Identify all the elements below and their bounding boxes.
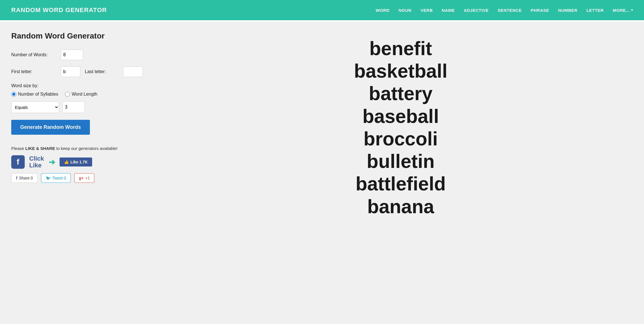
left-panel: Random Word Generator Number of Words: F… xyxy=(11,32,157,315)
equals-select[interactable]: Equals Less than Greater than Between xyxy=(11,101,59,113)
word-item: bulletin xyxy=(354,150,448,172)
right-panel: benefitbasketballbatterybaseballbroccoli… xyxy=(169,32,633,315)
word-item: broccoli xyxy=(354,127,448,150)
radio-syllables-label: Number of Syllables xyxy=(18,92,58,97)
gplus-icon: g+ xyxy=(79,176,84,180)
chevron-down-icon: ▾ xyxy=(631,8,633,12)
radio-syllables-option[interactable]: Number of Syllables xyxy=(11,92,58,97)
tweet-label: Tweet 0 xyxy=(52,176,66,180)
site-logo: RANDOM WORD GENERATOR xyxy=(11,6,107,14)
nav-verb[interactable]: VERB xyxy=(421,8,433,13)
word-item: basketball xyxy=(354,60,448,82)
radio-length-label: Word Length xyxy=(72,92,97,97)
like-count: Like 1.7K xyxy=(71,160,88,164)
radio-syllables-input[interactable] xyxy=(11,92,16,97)
gplus-button[interactable]: g+ +1 xyxy=(74,173,95,183)
last-letter-input[interactable] xyxy=(123,66,143,77)
social-row-1: f Click Like ➜ 👍 Like 1.7K xyxy=(11,155,157,169)
nav-number[interactable]: NUMBER xyxy=(558,8,577,13)
subheader-bar xyxy=(0,20,644,22)
first-letter-input[interactable] xyxy=(61,66,80,77)
num-words-label: Number of Words: xyxy=(11,52,56,57)
syllables-input[interactable] xyxy=(62,101,85,113)
word-item: battery xyxy=(354,82,448,105)
like-button[interactable]: 👍 Like 1.7K xyxy=(60,158,92,166)
tweet-button[interactable]: 🐦 Tweet 0 xyxy=(41,173,71,183)
num-words-input[interactable] xyxy=(61,50,83,60)
nav-adjective[interactable]: ADJECTIVE xyxy=(464,8,489,13)
first-letter-label: First letter: xyxy=(11,69,56,74)
nav-word[interactable]: WORD xyxy=(376,8,390,13)
click-like-text: Click Like xyxy=(29,155,44,169)
nav-more[interactable]: MORE... ▾ xyxy=(613,8,633,13)
generate-button[interactable]: Generate Random Words xyxy=(11,120,90,135)
word-item: battlefield xyxy=(354,172,448,195)
nav-phrase[interactable]: PHRASE xyxy=(531,8,549,13)
social-row-2: f Share 0 🐦 Tweet 0 g+ +1 xyxy=(11,173,157,183)
thumbs-up-icon: 👍 xyxy=(64,160,69,164)
word-item: banana xyxy=(354,195,448,218)
nav-name[interactable]: NAME xyxy=(442,8,455,13)
radio-group: Number of Syllables Word Length xyxy=(11,92,157,97)
twitter-icon: 🐦 xyxy=(46,176,51,180)
facebook-icon: f xyxy=(11,155,25,169)
social-text-bold: LIKE & SHARE xyxy=(25,146,55,151)
facebook-share-icon: f xyxy=(16,176,17,180)
word-item: baseball xyxy=(354,105,448,127)
share-label: Share 0 xyxy=(19,176,33,180)
nav-sentence[interactable]: SENTENCE xyxy=(498,8,522,13)
last-letter-label: Last letter: xyxy=(85,69,119,74)
word-item: benefit xyxy=(354,37,448,60)
social-text-after: to keep our generators available! xyxy=(55,146,118,151)
word-size-label: Word size by: xyxy=(11,83,157,88)
site-header: RANDOM WORD GENERATOR WORD NOUN VERB NAM… xyxy=(0,0,644,20)
num-words-row: Number of Words: xyxy=(11,50,157,60)
social-section: Please LIKE & SHARE to keep our generato… xyxy=(11,146,157,183)
page-title: Random Word Generator xyxy=(11,32,157,40)
equals-row: Equals Less than Greater than Between xyxy=(11,101,157,113)
radio-length-option[interactable]: Word Length xyxy=(65,92,97,97)
main-container: Random Word Generator Number of Words: F… xyxy=(0,22,644,324)
arrow-right-icon: ➜ xyxy=(49,158,55,167)
word-size-section: Word size by: Number of Syllables Word L… xyxy=(11,83,157,113)
social-text: Please LIKE & SHARE to keep our generato… xyxy=(11,146,157,151)
gplus-label: +1 xyxy=(85,176,90,180)
social-text-before: Please xyxy=(11,146,25,151)
main-nav: WORD NOUN VERB NAME ADJECTIVE SENTENCE P… xyxy=(376,8,633,13)
nav-letter[interactable]: LETTER xyxy=(586,8,604,13)
nav-noun[interactable]: NOUN xyxy=(398,8,411,13)
word-list: benefitbasketballbatterybaseballbroccoli… xyxy=(354,37,448,218)
radio-length-input[interactable] xyxy=(65,92,70,97)
letter-row: First letter: Last letter: xyxy=(11,66,157,77)
share-button[interactable]: f Share 0 xyxy=(11,173,38,183)
